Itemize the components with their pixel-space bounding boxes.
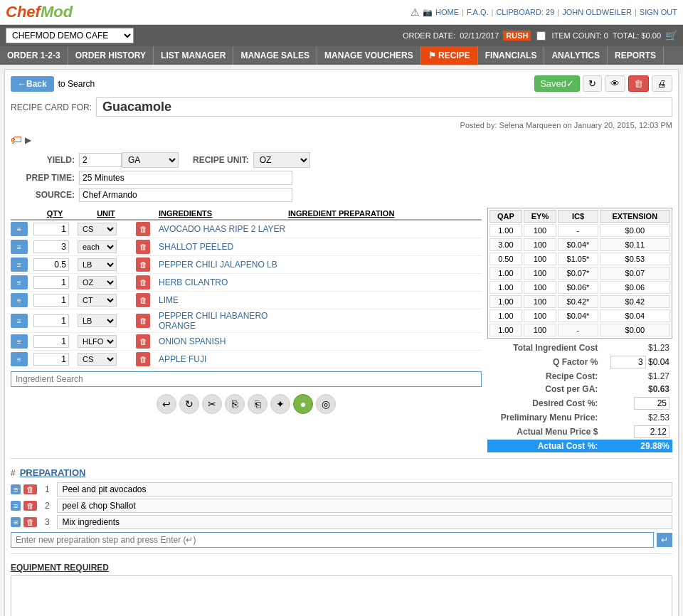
ing-unit-select[interactable]: each — [78, 240, 117, 253]
home-link[interactable]: HOME — [435, 8, 459, 16]
nav-item-list[interactable]: LIST MANAGER — [154, 46, 233, 65]
ing-qty-input[interactable] — [33, 223, 69, 235]
ing-delete-btn[interactable]: 🗑 — [136, 240, 150, 254]
yield-row: YIELD: GA RECIPE UNIT: OZ — [11, 152, 672, 168]
prep-list-btn[interactable]: ≡ — [11, 484, 21, 494]
redo-btn[interactable]: ↻ — [179, 394, 199, 414]
prep-time-input[interactable] — [79, 171, 292, 185]
source-input[interactable] — [79, 188, 292, 202]
nav-item-recipe[interactable]: ⚑ RECIPE — [421, 46, 478, 65]
ing-unit-select[interactable]: HLFON — [78, 335, 117, 348]
prep-list-btn[interactable]: ≡ — [11, 517, 21, 527]
nav-item-order123[interactable]: ORDER 1-2-3 — [0, 46, 68, 65]
nav-item-sales[interactable]: MANAGE SALES — [233, 46, 317, 65]
ing-unit-select[interactable]: CS — [78, 223, 117, 235]
yield-input[interactable] — [79, 153, 122, 167]
list-item: 0.50 100 $1.05* $0.53 — [489, 253, 670, 265]
active-tool-btn[interactable]: ● — [293, 394, 313, 414]
ing-qty-input[interactable] — [33, 258, 69, 271]
ing-delete-btn[interactable]: 🗑 — [136, 257, 150, 272]
ing-qty-input[interactable] — [33, 294, 69, 307]
actual-price-row: Actual Menu Price $ — [487, 424, 672, 440]
print-button[interactable]: 🖨 — [652, 75, 672, 92]
ing-qty-input[interactable] — [33, 276, 69, 289]
tag-expand[interactable]: ▶ — [25, 135, 31, 145]
ing-delete-btn[interactable]: 🗑 — [136, 275, 150, 290]
back-button[interactable]: ←Back — [11, 76, 54, 92]
ing-qty-input[interactable] — [33, 240, 69, 253]
ing-delete-btn[interactable]: 🗑 — [136, 314, 150, 328]
equipment-textarea[interactable] — [11, 575, 672, 616]
saved-button[interactable]: Saved✓ — [534, 75, 580, 92]
ing-name[interactable]: AVOCADO HAAS RIPE 2 LAYER — [159, 224, 287, 234]
ing-unit-select[interactable]: OZ — [78, 276, 117, 289]
ing-unit-select[interactable]: CT — [78, 294, 117, 307]
q-factor-input[interactable] — [610, 356, 646, 368]
prep-del-btn[interactable]: 🗑 — [23, 501, 37, 511]
prep-step-input[interactable] — [57, 482, 672, 496]
undo-btn[interactable]: ↩ — [157, 394, 176, 414]
ing-list-btn[interactable]: ≡ — [11, 334, 28, 349]
cart-icon[interactable]: 🛒 — [665, 30, 677, 41]
ing-name[interactable]: PEPPER CHILI JALAPENO LB — [159, 260, 287, 270]
paste-btn[interactable]: ⎗ — [248, 394, 268, 414]
prep-del-btn[interactable]: 🗑 — [23, 517, 37, 527]
desired-cost-input[interactable] — [634, 397, 669, 410]
ing-list-btn[interactable]: ≡ — [11, 257, 28, 272]
ing-unit-select[interactable]: LB — [78, 258, 117, 271]
ing-qty-input[interactable] — [33, 353, 69, 366]
special-btn[interactable]: ✦ — [270, 394, 290, 414]
ing-name[interactable]: SHALLOT PEELED — [159, 242, 287, 252]
ing-unit-select[interactable]: LB — [78, 314, 117, 327]
nav-item-financials[interactable]: FINANCIALS — [478, 46, 545, 65]
ing-qty-input[interactable] — [33, 335, 69, 348]
prep-step-input[interactable] — [57, 499, 672, 513]
ingredient-search-input[interactable] — [11, 371, 482, 387]
rush-checkbox[interactable] — [536, 31, 546, 41]
ing-name[interactable]: LIME — [159, 295, 287, 305]
ing-name[interactable]: ONION SPANISH — [159, 336, 287, 346]
yield-unit-select[interactable]: GA — [122, 152, 179, 168]
ing-unit-wrap: HLFON — [78, 335, 134, 348]
ing-list-btn[interactable]: ≡ — [11, 352, 28, 366]
ing-list-btn[interactable]: ≡ — [11, 275, 28, 290]
ing-name[interactable]: HERB CILANTRO — [159, 277, 287, 287]
faq-link[interactable]: F.A.Q. — [467, 8, 489, 16]
recipe-unit-select[interactable]: OZ — [253, 152, 310, 168]
prep-enter-btn[interactable]: ↵ — [657, 533, 672, 547]
ing-name[interactable]: APPLE FUJI — [159, 354, 287, 364]
ing-list-btn[interactable]: ≡ — [11, 222, 28, 236]
view-button[interactable]: 👁 — [605, 75, 625, 92]
ing-name[interactable]: PEPPER CHILI HABANERO ORANGE — [159, 311, 287, 331]
ing-unit-select[interactable]: CS — [78, 353, 117, 366]
ing-delete-btn[interactable]: 🗑 — [136, 334, 150, 349]
ing-list-btn[interactable]: ≡ — [11, 240, 28, 254]
alert-icon: ⚠ — [411, 6, 420, 18]
copy-btn[interactable]: ⎘ — [225, 394, 245, 414]
ing-list-btn[interactable]: ≡ — [11, 293, 28, 307]
sign-out-link[interactable]: SIGN OUT — [640, 8, 677, 16]
delete-button[interactable]: 🗑 — [628, 75, 649, 92]
ing-delete-btn[interactable]: 🗑 — [136, 293, 150, 307]
actual-cost-label: Actual Cost %: — [487, 440, 600, 452]
nav-bar: ORDER 1-2-3 ORDER HISTORY LIST MANAGER M… — [0, 46, 683, 65]
store-select[interactable]: CHEFMOD DEMO CAFE — [6, 28, 134, 43]
nav-item-vouchers[interactable]: MANAGE VOUCHERS — [317, 46, 421, 65]
actual-price-input[interactable] — [634, 425, 669, 438]
ing-list-btn[interactable]: ≡ — [11, 314, 28, 328]
circle-tool-btn[interactable]: ◎ — [316, 394, 336, 414]
nav-item-analytics[interactable]: ANALYTICS — [544, 46, 608, 65]
refresh-button[interactable]: ↻ — [583, 75, 602, 92]
prep-del-btn[interactable]: 🗑 — [23, 484, 37, 494]
cut-btn[interactable]: ✂ — [202, 394, 222, 414]
prep-list-btn[interactable]: ≡ — [11, 501, 21, 511]
nav-item-reports[interactable]: REPORTS — [608, 46, 664, 65]
recipe-name-input[interactable] — [96, 97, 672, 117]
ing-delete-btn[interactable]: 🗑 — [136, 352, 150, 366]
ing-delete-btn[interactable]: 🗑 — [136, 222, 150, 236]
clipboard-link[interactable]: CLIPBOARD: 29 — [496, 8, 554, 16]
prep-step-input[interactable] — [57, 515, 672, 529]
nav-item-history[interactable]: ORDER HISTORY — [68, 46, 154, 65]
ing-qty-input[interactable] — [33, 314, 69, 327]
prep-new-step-input[interactable] — [11, 532, 654, 548]
